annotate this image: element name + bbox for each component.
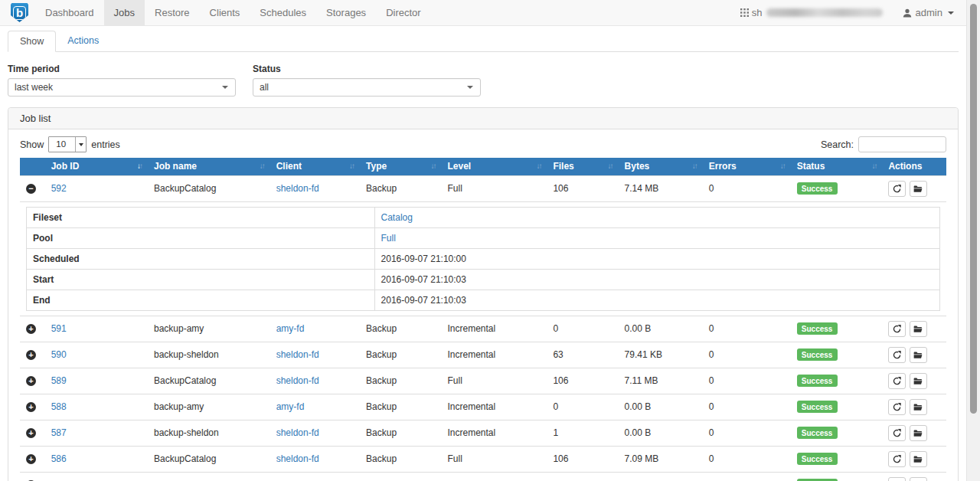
- expand-row-toggle[interactable]: +: [26, 376, 36, 386]
- files-cell: 1: [547, 420, 618, 446]
- expand-row-toggle[interactable]: +: [26, 324, 36, 334]
- rerun-job-button[interactable]: [888, 477, 906, 481]
- rerun-job-button[interactable]: [888, 373, 906, 389]
- expand-row-toggle[interactable]: +: [26, 428, 36, 438]
- client-link[interactable]: sheldon-fd: [276, 375, 319, 386]
- status-select[interactable]: all: [253, 78, 481, 97]
- sort-icon: ↓↑: [431, 162, 436, 170]
- folder-icon: [913, 325, 923, 333]
- bytes-cell: 79.41 KB: [619, 342, 703, 368]
- rerun-job-button[interactable]: [888, 321, 906, 337]
- browse-files-button[interactable]: [910, 321, 927, 337]
- filters: Time period last week Status all: [8, 64, 959, 97]
- user-menu[interactable]: admin: [903, 7, 954, 18]
- job-id-link[interactable]: 588: [51, 401, 67, 412]
- job-table-body: − 592 BackupCatalog sheldon-fd Backup Fu…: [20, 175, 946, 481]
- rerun-job-button[interactable]: [888, 425, 906, 441]
- caret-down-icon: [222, 86, 228, 89]
- expand-row-toggle[interactable]: +: [26, 454, 36, 464]
- job-id-link[interactable]: 591: [51, 323, 67, 334]
- job-id-link[interactable]: 586: [51, 453, 67, 464]
- rerun-icon: [893, 377, 901, 385]
- column-header-type[interactable]: Type↓↑: [360, 158, 441, 175]
- column-header-status[interactable]: Status↓↑: [791, 158, 883, 175]
- job-id-link[interactable]: 592: [51, 183, 67, 194]
- column-header-job-id[interactable]: Job ID↓↑: [45, 158, 148, 175]
- rerun-job-button[interactable]: [888, 347, 906, 363]
- type-cell: Backup: [360, 342, 441, 368]
- status-badge: Success: [797, 375, 838, 387]
- expand-row-toggle[interactable]: +: [26, 402, 36, 412]
- sort-icon: ↓↑: [608, 162, 612, 170]
- rerun-job-button[interactable]: [888, 399, 906, 415]
- expand-row-toggle[interactable]: −: [26, 184, 36, 194]
- column-header-job-name[interactable]: Job name↓↑: [148, 158, 270, 175]
- client-link[interactable]: sheldon-fd: [276, 453, 319, 464]
- nav-item-dashboard[interactable]: Dashboard: [35, 0, 104, 25]
- nav-item-clients[interactable]: Clients: [200, 0, 250, 25]
- job-name-cell: backup-amy: [148, 316, 270, 342]
- browse-files-button[interactable]: [910, 347, 927, 363]
- search-input[interactable]: [858, 136, 946, 152]
- rerun-job-button[interactable]: [888, 181, 906, 197]
- browse-files-button[interactable]: [910, 451, 927, 467]
- status-label: Status: [253, 64, 481, 74]
- client-link[interactable]: sheldon-fd: [276, 427, 319, 438]
- files-cell: 106: [547, 368, 618, 394]
- client-link[interactable]: sheldon-fd: [276, 349, 319, 360]
- job-name-cell: backup-amy: [148, 394, 270, 420]
- nav-item-director[interactable]: Director: [376, 0, 431, 25]
- tab-show[interactable]: Show: [8, 31, 56, 52]
- folder-icon: [913, 185, 923, 193]
- time-period-select[interactable]: last week: [8, 78, 236, 97]
- errors-cell: 0: [703, 175, 791, 201]
- browse-files-button[interactable]: [910, 373, 927, 389]
- column-header-files[interactable]: Files↓↑: [547, 158, 618, 175]
- tab-actions[interactable]: Actions: [56, 31, 110, 52]
- panel-title: Job list: [8, 108, 958, 129]
- table-row: + 586 BackupCatalog sheldon-fd Backup Fu…: [20, 446, 946, 472]
- rerun-job-button[interactable]: [888, 451, 906, 467]
- files-cell: 106: [547, 446, 618, 472]
- status-badge: Success: [797, 322, 838, 335]
- column-header-actions[interactable]: Actions: [882, 158, 946, 175]
- type-cell: Backup: [360, 394, 441, 420]
- nav-item-restore[interactable]: Restore: [145, 0, 200, 25]
- browse-files-button[interactable]: [910, 477, 927, 481]
- detail-row: Start 2016-09-07 21:10:03: [27, 269, 940, 290]
- job-table: Job ID↓↑Job name↓↑Client↓↑Type↓↑Level↓↑F…: [20, 158, 946, 481]
- column-header-client[interactable]: Client↓↑: [270, 158, 360, 175]
- detail-value-link[interactable]: Catalog: [381, 212, 413, 223]
- scrollbar-thumb[interactable]: [970, 4, 977, 414]
- client-link[interactable]: sheldon-fd: [276, 183, 319, 194]
- column-header-bytes[interactable]: Bytes↓↑: [619, 158, 703, 175]
- browse-files-button[interactable]: [910, 181, 927, 197]
- column-header-errors[interactable]: Errors↓↑: [703, 158, 791, 175]
- detail-value: Catalog: [374, 207, 939, 227]
- detail-value-link[interactable]: Full: [381, 233, 396, 244]
- time-period-label: Time period: [8, 64, 236, 74]
- nav-item-jobs[interactable]: Jobs: [104, 0, 145, 25]
- column-header-level[interactable]: Level↓↑: [442, 158, 547, 175]
- page-length-select[interactable]: 10: [48, 136, 87, 152]
- job-id-link[interactable]: 590: [51, 349, 67, 360]
- client-link[interactable]: amy-fd: [276, 323, 305, 334]
- folder-icon: [913, 429, 923, 437]
- job-name-cell: BackupCatalog: [148, 446, 270, 472]
- nav-item-storages[interactable]: Storages: [316, 0, 376, 25]
- detail-label: Fileset: [27, 207, 375, 227]
- job-id-link[interactable]: 589: [51, 375, 67, 386]
- bytes-cell: 7.09 MB: [619, 446, 703, 472]
- expand-row-toggle[interactable]: +: [26, 350, 36, 360]
- table-row: + 589 BackupCatalog sheldon-fd Backup Fu…: [20, 368, 946, 394]
- browse-files-button[interactable]: [910, 399, 927, 415]
- bareos-logo[interactable]: b: [11, 3, 28, 22]
- page-scrollbar[interactable]: [966, 0, 980, 481]
- status-badge: Success: [797, 348, 838, 361]
- client-link[interactable]: amy-fd: [276, 401, 305, 412]
- browse-files-button[interactable]: [910, 425, 927, 441]
- status-badge: Success: [797, 453, 838, 465]
- job-id-link[interactable]: 587: [51, 427, 67, 438]
- nav-item-schedules[interactable]: Schedules: [250, 0, 316, 25]
- detail-value: 2016-09-07 21:10:00: [374, 248, 939, 269]
